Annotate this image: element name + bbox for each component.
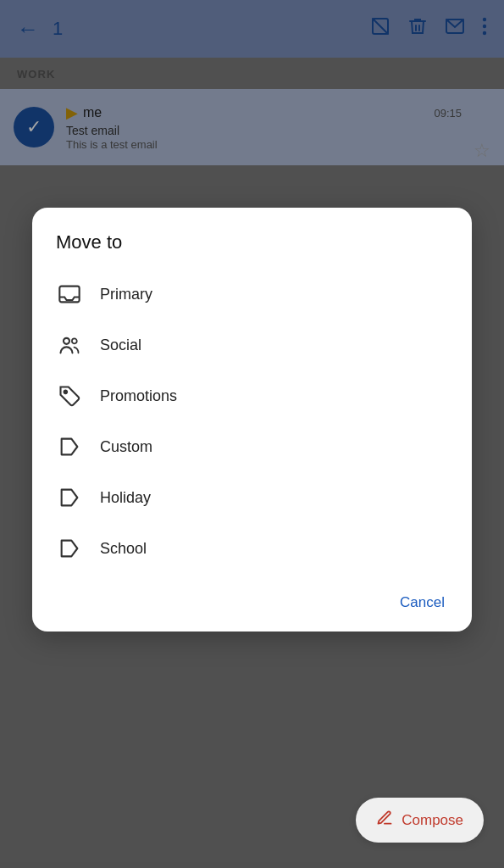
tag-icon	[56, 382, 83, 409]
move-to-dialog: Move to Primary Social	[32, 208, 472, 632]
school-label-icon	[56, 535, 83, 562]
move-to-holiday[interactable]: Holiday	[56, 472, 448, 523]
pencil-icon	[376, 810, 393, 831]
holiday-label-icon	[56, 484, 83, 511]
svg-point-7	[64, 338, 69, 344]
cancel-button[interactable]: Cancel	[396, 587, 448, 618]
move-to-promotions[interactable]: Promotions	[56, 370, 448, 421]
compose-fab[interactable]: Compose	[356, 798, 484, 843]
compose-label: Compose	[402, 812, 463, 829]
custom-label: Custom	[100, 438, 152, 456]
dialog-title: Move to	[56, 231, 448, 253]
promotions-label: Promotions	[100, 387, 177, 405]
primary-label: Primary	[100, 286, 152, 303]
holiday-label: Holiday	[100, 489, 151, 507]
move-to-primary[interactable]: Primary	[56, 269, 448, 320]
svg-point-8	[72, 338, 77, 343]
custom-label-icon	[56, 433, 83, 460]
school-label: School	[100, 540, 147, 558]
social-label: Social	[100, 337, 141, 354]
svg-point-9	[64, 391, 68, 394]
move-to-custom[interactable]: Custom	[56, 421, 448, 472]
move-to-social[interactable]: Social	[56, 320, 448, 370]
people-icon	[56, 331, 83, 359]
inbox-icon	[56, 281, 83, 308]
move-to-school[interactable]: School	[56, 523, 448, 574]
dialog-actions: Cancel	[56, 579, 448, 618]
